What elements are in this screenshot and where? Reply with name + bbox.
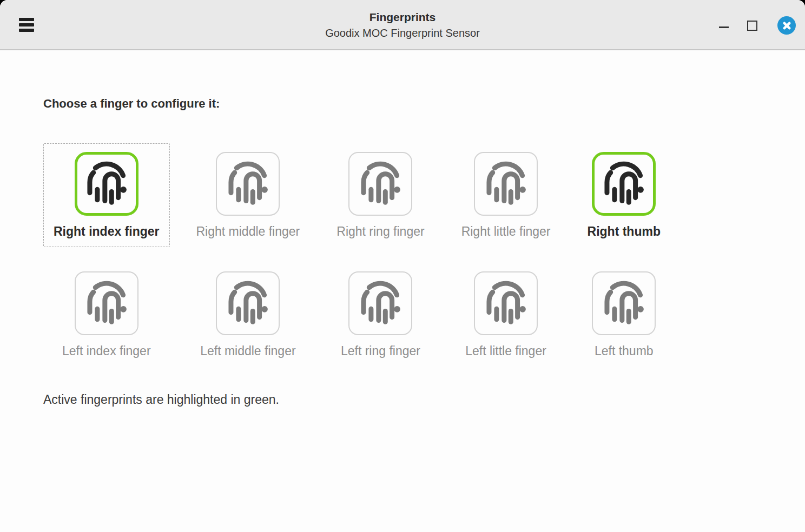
- fingerprints-window: Fingerprints Goodix MOC Fingerprint Sens…: [0, 0, 805, 532]
- fingerprint-button[interactable]: [216, 152, 280, 216]
- fingerprint-icon: [599, 159, 648, 208]
- finger-item[interactable]: Right thumb: [577, 143, 671, 247]
- finger-item[interactable]: Left middle finger: [186, 263, 311, 367]
- fingerprint-button[interactable]: [474, 271, 538, 335]
- finger-label: Left thumb: [595, 343, 654, 359]
- minimize-button[interactable]: [719, 26, 729, 28]
- finger-item[interactable]: Right middle finger: [186, 143, 311, 247]
- fingerprint-icon: [223, 159, 272, 208]
- maximize-button[interactable]: [747, 21, 757, 31]
- finger-label: Right index finger: [54, 223, 160, 240]
- fingerprint-button[interactable]: [592, 271, 656, 335]
- window-subtitle: Goodix MOC Fingerprint Sensor: [0, 26, 805, 39]
- finger-item[interactable]: Left thumb: [577, 263, 671, 367]
- finger-item[interactable]: Right little finger: [451, 143, 561, 247]
- fingerprint-button[interactable]: [592, 152, 656, 216]
- title-block: Fingerprints Goodix MOC Fingerprint Sens…: [0, 10, 805, 39]
- finger-item[interactable]: Left ring finger: [326, 263, 434, 367]
- fingerprint-icon: [356, 159, 405, 208]
- window-title: Fingerprints: [0, 10, 805, 24]
- finger-item[interactable]: Left little finger: [451, 263, 561, 367]
- close-button[interactable]: [777, 16, 796, 35]
- fingerprint-icon: [481, 279, 530, 328]
- fingerprint-button[interactable]: [474, 152, 538, 216]
- finger-label: Left index finger: [62, 343, 151, 359]
- finger-label: Right middle finger: [196, 223, 300, 240]
- fingerprint-button[interactable]: [348, 152, 412, 216]
- finger-label: Right little finger: [461, 223, 551, 240]
- fingerprint-button[interactable]: [75, 152, 138, 216]
- close-x-icon: [782, 21, 791, 30]
- finger-label: Left ring finger: [341, 343, 420, 359]
- finger-label: Left little finger: [465, 343, 546, 359]
- finger-grid: Right index finger Right middle finger R…: [43, 143, 805, 367]
- fingerprint-icon: [481, 159, 530, 208]
- hamburger-icon: [19, 18, 34, 21]
- fingerprint-button[interactable]: [216, 271, 280, 335]
- fingerprint-button[interactable]: [348, 271, 412, 335]
- page-title: Choose a finger to configure it:: [43, 96, 805, 112]
- finger-item[interactable]: Left index finger: [43, 263, 170, 367]
- finger-label: Right thumb: [588, 223, 661, 240]
- fingerprint-icon: [223, 279, 272, 328]
- fingerprint-icon: [82, 159, 131, 208]
- finger-label: Left middle finger: [200, 343, 295, 359]
- fingerprint-icon: [356, 279, 405, 328]
- fingerprint-icon: [599, 279, 648, 328]
- finger-label: Right ring finger: [336, 223, 424, 240]
- footer-note: Active fingerprints are highlighted in g…: [43, 391, 805, 408]
- finger-item[interactable]: Right ring finger: [326, 143, 434, 247]
- titlebar: Fingerprints Goodix MOC Fingerprint Sens…: [0, 0, 805, 50]
- fingerprint-icon: [82, 279, 131, 328]
- finger-item[interactable]: Right index finger: [43, 143, 170, 247]
- hamburger-menu-button[interactable]: [19, 17, 34, 32]
- fingerprint-button[interactable]: [75, 271, 138, 335]
- main-content: Choose a finger to configure it: Right i…: [0, 50, 805, 532]
